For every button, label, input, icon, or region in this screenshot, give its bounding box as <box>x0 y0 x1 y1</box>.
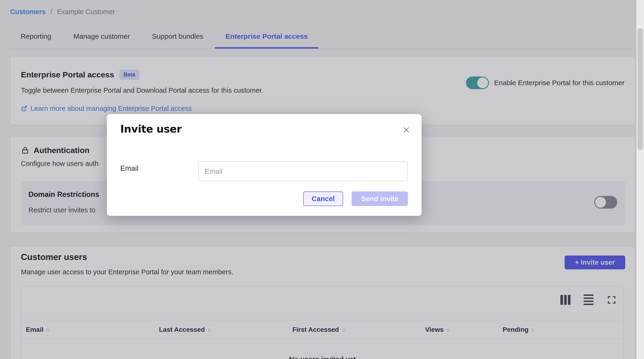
close-icon[interactable]: ✕ <box>402 125 410 135</box>
cancel-button[interactable]: Cancel <box>303 191 343 206</box>
send-invite-button[interactable]: Send invite <box>352 191 408 206</box>
scrollbar-track[interactable] <box>636 0 644 359</box>
email-label: Email <box>120 164 138 173</box>
email-field[interactable] <box>198 161 408 181</box>
invite-user-modal: Invite user ✕ Email Cancel Send invite <box>107 114 422 216</box>
modal-title: Invite user <box>120 123 182 135</box>
scrollbar-thumb[interactable] <box>638 28 643 150</box>
